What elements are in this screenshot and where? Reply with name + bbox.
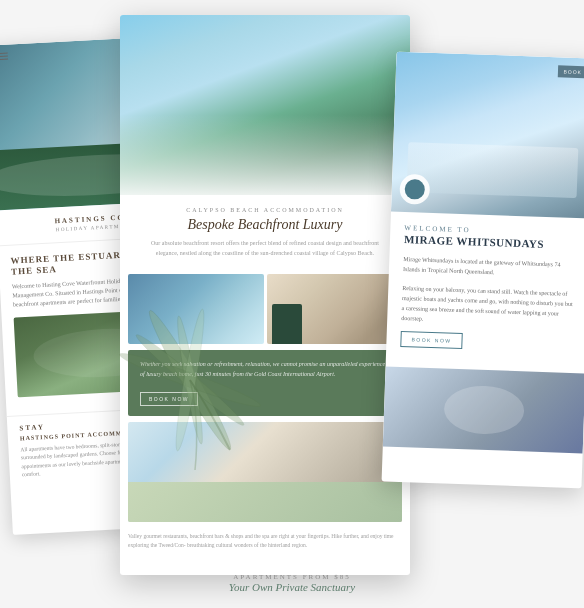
center-title: Bespoke Beachfront Luxury xyxy=(140,217,390,233)
right-book-body-button[interactable]: BOOK NOW xyxy=(400,331,463,349)
coastal-text: coastal escape xyxy=(143,485,237,503)
bottom-title: Your Own Private Sanctuary xyxy=(229,581,355,593)
right-book-header-button[interactable]: BOOK xyxy=(557,65,584,78)
center-hero-image xyxy=(120,15,410,195)
center-caption: Valley gourmet restaurants, beachfront b… xyxy=(120,528,410,549)
card-mirage-whitsundays: BOOK WELCOME TO MIRAGE WHITSUNDAYS Mirag… xyxy=(382,52,584,489)
bottom-eyebrow: APARTMENTS FROM $85 xyxy=(229,573,355,581)
right-card-body: WELCOME TO MIRAGE WHITSUNDAYS Mirage Whi… xyxy=(386,212,584,374)
center-image-beach xyxy=(128,274,264,344)
green-info-box: Whether you seek salvation or refreshmen… xyxy=(128,350,402,416)
card-calypso: CALYPSO BEACH ACCOMMODATION Bespoke Beac… xyxy=(120,15,410,575)
center-image-family xyxy=(267,274,403,344)
right-bottom-image xyxy=(383,367,584,454)
right-logo-circle xyxy=(399,174,430,205)
center-intro: CALYPSO BEACH ACCOMMODATION Bespoke Beac… xyxy=(120,195,410,274)
center-bottom-image: coastal escape xyxy=(128,422,402,522)
green-box-text: Whether you seek salvation or refreshmen… xyxy=(140,360,390,379)
center-image-grid xyxy=(128,274,402,344)
right-card-text2: Relaxing on your balcony, you can stand … xyxy=(401,283,574,330)
mirage-logo-icon xyxy=(404,179,425,200)
right-hero-image: BOOK xyxy=(391,52,584,219)
bottom-text-area: APARTMENTS FROM $85 Your Own Private San… xyxy=(229,573,355,593)
right-card-text1: Mirage Whitsundays is located at the gat… xyxy=(403,254,576,280)
center-description: Our absolute beachfront resort offers th… xyxy=(140,239,390,258)
main-scene: HASTINGS COVE HOLIDAY APARTMENTS WHERE T… xyxy=(0,0,584,608)
hamburger-menu[interactable] xyxy=(0,53,8,61)
center-eyebrow: CALYPSO BEACH ACCOMMODATION xyxy=(140,207,390,213)
hero-overlay xyxy=(120,115,410,195)
green-book-button[interactable]: BOOK NOW xyxy=(140,392,198,406)
